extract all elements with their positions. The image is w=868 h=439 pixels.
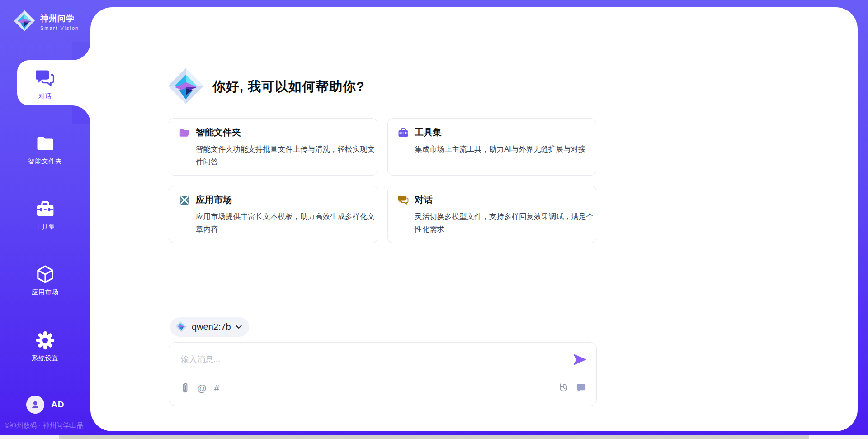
sidebar-item-toolset[interactable]: 工具集 bbox=[0, 200, 90, 231]
folder-open-icon bbox=[179, 127, 190, 138]
horizontal-scrollbar-thumb[interactable] bbox=[59, 435, 809, 439]
person-icon bbox=[30, 400, 40, 410]
model-name: qwen2:7b bbox=[192, 322, 231, 332]
sidebar-item-smart-folder[interactable]: 智能文件夹 bbox=[0, 134, 90, 166]
sidebar-item-label: 对话 bbox=[38, 92, 52, 100]
card-toolset[interactable]: 工具集 集成市场上主流工具，助力AI与外界无缝扩展与对接 bbox=[387, 118, 596, 176]
gear-icon bbox=[36, 331, 55, 350]
sidebar-item-label: 应用市场 bbox=[32, 288, 59, 296]
hero-diamond-logo-icon bbox=[167, 67, 204, 106]
footer-credit: ©神州数码 · 神州问学出品 bbox=[5, 421, 83, 430]
sidebar-item-settings[interactable]: 系统设置 bbox=[0, 331, 90, 363]
hero: 你好, 我可以如何帮助你? bbox=[167, 67, 365, 106]
composer: @ # bbox=[169, 342, 597, 406]
grid-icon bbox=[179, 195, 190, 205]
chat-icon bbox=[398, 195, 409, 205]
sidebar-item-chat[interactable]: 对话 bbox=[0, 69, 90, 100]
brand-diamond-logo-icon bbox=[14, 10, 35, 33]
card-chat[interactable]: 对话 灵活切换多模型文件，支持多样回复效果调试，满足个性化需求 bbox=[387, 186, 596, 243]
folder-icon bbox=[36, 134, 55, 153]
chat-icon bbox=[36, 69, 55, 88]
sidebar-item-label: 智能文件夹 bbox=[28, 157, 62, 166]
toolbox-icon bbox=[36, 200, 55, 219]
model-selector[interactable]: qwen2:7b bbox=[170, 317, 249, 337]
composer-divider bbox=[169, 376, 596, 376]
greeting-title: 你好, 我可以如何帮助你? bbox=[212, 78, 365, 96]
card-description: 灵活切换多模型文件，支持多样回复效果调试，满足个性化需求 bbox=[415, 210, 594, 235]
sidebar-item-app-market[interactable]: 应用市场 bbox=[0, 265, 90, 296]
card-title: 智能文件夹 bbox=[196, 126, 241, 138]
paperclip-icon[interactable] bbox=[180, 382, 190, 394]
avatar bbox=[26, 396, 44, 414]
card-description: 集成市场上主流工具，助力AI与外界无缝扩展与对接 bbox=[415, 143, 594, 155]
user-profile[interactable]: AD bbox=[26, 396, 64, 414]
toolbox-icon bbox=[398, 127, 409, 138]
brand-subtitle: Smart Vision bbox=[40, 25, 79, 31]
feature-cards: 智能文件夹 智能文件夹功能支持批量文件上传与清洗，轻松实现文件问答 工具集 集成… bbox=[169, 118, 597, 243]
card-smart-folder[interactable]: 智能文件夹 智能文件夹功能支持批量文件上传与清洗，轻松实现文件问答 bbox=[169, 118, 377, 176]
chat-bubble-icon[interactable] bbox=[576, 382, 586, 393]
tab-fillet-bottom bbox=[72, 105, 90, 124]
sidebar-item-label: 工具集 bbox=[35, 223, 56, 231]
user-initials: AD bbox=[51, 400, 64, 410]
chevron-down-icon bbox=[236, 325, 242, 329]
mention-icon[interactable]: @ bbox=[197, 382, 207, 394]
history-icon[interactable] bbox=[558, 382, 569, 393]
send-icon[interactable] bbox=[573, 353, 586, 366]
message-input[interactable] bbox=[181, 353, 565, 366]
card-description: 应用市场提供丰富长文本模板，助力高效生成多样化文章内容 bbox=[196, 210, 375, 235]
model-diamond-logo-icon bbox=[175, 320, 187, 334]
card-title: 工具集 bbox=[415, 126, 442, 138]
card-description: 智能文件夹功能支持批量文件上传与清洗，轻松实现文件问答 bbox=[196, 143, 375, 168]
tab-fillet-top bbox=[72, 42, 90, 60]
card-app-market[interactable]: 应用市场 应用市场提供丰富长文本模板，助力高效生成多样化文章内容 bbox=[169, 186, 377, 243]
app-window: 神州问学 Smart Vision 对话 智能文件夹 工具集 应 bbox=[0, 0, 868, 439]
cube-icon bbox=[36, 265, 55, 284]
hashtag-icon[interactable]: # bbox=[214, 382, 219, 394]
card-title: 对话 bbox=[415, 194, 433, 206]
brand-name: 神州问学 bbox=[40, 13, 79, 24]
sidebar-item-label: 系统设置 bbox=[32, 354, 59, 363]
card-title: 应用市场 bbox=[196, 194, 232, 206]
brand: 神州问学 Smart Vision bbox=[14, 10, 79, 33]
